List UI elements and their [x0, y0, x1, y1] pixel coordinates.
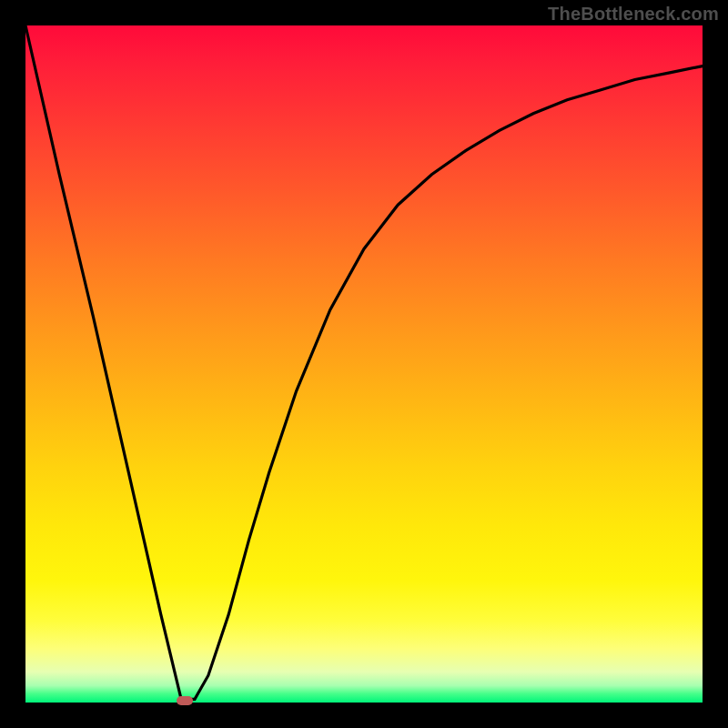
curve-layer [25, 25, 703, 703]
plot-area [25, 25, 703, 703]
chart-frame: TheBottleneck.com [0, 0, 728, 728]
attribution-text: TheBottleneck.com [548, 4, 719, 25]
optimum-marker [177, 696, 193, 705]
bottleneck-curve [25, 25, 703, 699]
